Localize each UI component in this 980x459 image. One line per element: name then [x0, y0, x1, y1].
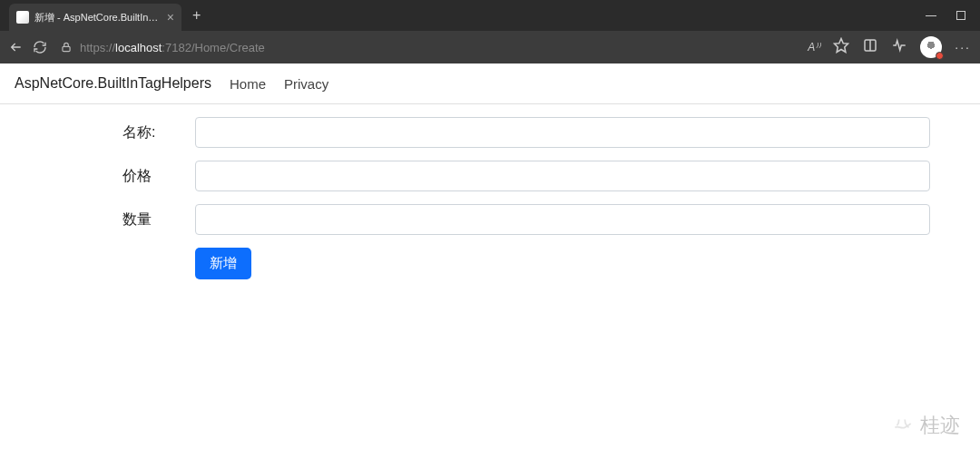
toolbar-right: A⁾⁾ ···	[808, 36, 971, 58]
url-path: :7182/Home/Create	[162, 41, 264, 54]
address-bar[interactable]: https://localhost:7182/Home/Create	[56, 41, 799, 54]
new-tab-button[interactable]: +	[181, 4, 211, 27]
titlebar: 新增 - AspNetCore.BuiltInTagHel… × +	[0, 0, 980, 31]
nav-link-privacy[interactable]: Privacy	[284, 76, 328, 92]
form-container: 名称: 价格 数量 新增	[41, 104, 939, 279]
watermark: 桂迹	[891, 412, 960, 439]
form-row-price: 价格	[122, 161, 930, 191]
more-menu-icon[interactable]: ···	[955, 40, 971, 54]
input-name[interactable]	[195, 117, 930, 148]
url-host: localhost	[115, 41, 162, 54]
window-maximize-icon[interactable]	[956, 11, 965, 20]
performance-icon[interactable]	[891, 37, 907, 57]
back-button[interactable]	[9, 40, 24, 54]
nav-link-home[interactable]: Home	[230, 76, 266, 92]
tab-title: 新增 - AspNetCore.BuiltInTagHel…	[34, 11, 162, 24]
svg-rect-0	[63, 46, 70, 51]
watermark-text: 桂迹	[920, 412, 960, 439]
browser-toolbar: https://localhost:7182/Home/Create A⁾⁾ ·…	[0, 31, 980, 63]
read-aloud-icon[interactable]: A⁾⁾	[808, 41, 820, 54]
collections-icon[interactable]	[862, 37, 878, 57]
input-quantity[interactable]	[195, 204, 930, 235]
refresh-button[interactable]	[33, 40, 47, 54]
label-name: 名称:	[122, 123, 195, 142]
brand-title[interactable]: AspNetCore.BuiltInTagHelpers	[15, 75, 211, 92]
submit-button[interactable]: 新增	[195, 248, 251, 279]
favorites-icon[interactable]	[833, 37, 849, 57]
url-scheme: https://	[80, 41, 115, 54]
close-tab-icon[interactable]: ×	[167, 11, 174, 24]
form-row-name: 名称:	[122, 117, 930, 148]
page-content: AspNetCore.BuiltInTagHelpers Home Privac…	[0, 63, 980, 279]
window-controls	[926, 11, 980, 20]
page-favicon	[16, 11, 29, 24]
browser-tab[interactable]: 新增 - AspNetCore.BuiltInTagHel… ×	[9, 4, 181, 31]
submit-row: 新增	[122, 248, 930, 279]
form-row-quantity: 数量	[122, 204, 930, 235]
site-info-lock-icon[interactable]	[60, 41, 80, 54]
label-quantity: 数量	[122, 210, 195, 230]
label-price: 价格	[122, 167, 195, 186]
app-navbar: AspNetCore.BuiltInTagHelpers Home Privac…	[0, 63, 980, 104]
browser-chrome: 新增 - AspNetCore.BuiltInTagHel… × + https…	[0, 0, 980, 63]
svg-marker-1	[835, 39, 848, 53]
window-minimize-icon[interactable]	[926, 15, 936, 16]
profile-avatar-icon[interactable]	[920, 36, 942, 58]
input-price[interactable]	[195, 161, 930, 191]
